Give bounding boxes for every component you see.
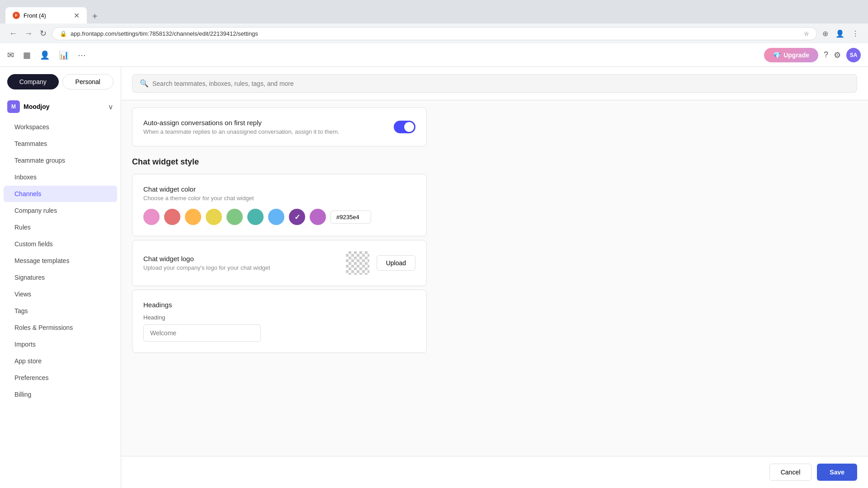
auto-assign-title: Auto-assign conversations on first reply <box>143 119 340 127</box>
sidebar-item-app-store[interactable]: App store <box>4 353 117 369</box>
workspace-header[interactable]: M Moodjoy ∨ <box>0 97 121 117</box>
color-description: Choose a theme color for your chat widge… <box>143 195 415 202</box>
sidebar-item-rules[interactable]: Rules <box>4 219 117 235</box>
sidebar-item-channels[interactable]: Channels <box>4 186 117 202</box>
lock-icon: 🔒 <box>60 30 67 37</box>
app-header: ✉ ▦ 👤 📊 ⋯ 💎 Upgrade ? ⚙ SA <box>0 43 868 67</box>
color-swatch-purple-light[interactable] <box>310 209 326 225</box>
heading-input[interactable] <box>143 324 261 342</box>
header-right: 💎 Upgrade ? ⚙ SA <box>764 48 861 62</box>
new-tab-button[interactable]: + <box>89 9 101 23</box>
logo-row: Chat widget logo Upload your company's l… <box>143 251 415 275</box>
auto-assign-description: When a teammate replies to an unassigned… <box>143 128 340 135</box>
auto-assign-info: Auto-assign conversations on first reply… <box>143 119 340 135</box>
sidebar-item-inboxes[interactable]: Inboxes <box>4 169 117 185</box>
bottom-bar: Cancel Save <box>121 456 868 488</box>
logo-preview <box>346 251 369 275</box>
color-swatch-purple-dark[interactable] <box>289 209 305 225</box>
logo-upload-area: Upload <box>346 251 415 275</box>
auto-assign-row: Auto-assign conversations on first reply… <box>143 119 415 135</box>
url-text: app.frontapp.com/settings/tim:7858132/ch… <box>71 30 800 37</box>
settings-panel: Auto-assign conversations on first reply… <box>121 108 438 353</box>
save-button[interactable]: Save <box>817 464 857 481</box>
color-swatch-red[interactable] <box>164 209 180 225</box>
header-icons: ✉ ▦ 👤 📊 ⋯ <box>7 50 757 60</box>
sidebar-item-preferences[interactable]: Preferences <box>4 370 117 386</box>
auto-assign-section: Auto-assign conversations on first reply… <box>132 108 427 146</box>
content-area: Auto-assign conversations on first reply… <box>121 100 868 456</box>
upload-button[interactable]: Upload <box>377 255 415 271</box>
sidebar: Company Personal M Moodjoy ∨ Workspaces … <box>0 67 121 488</box>
color-swatches <box>143 209 415 225</box>
browser-tab[interactable]: F Front (4) ✕ <box>5 7 87 23</box>
company-tab[interactable]: Company <box>7 74 59 89</box>
tab-title: Front (4) <box>24 12 46 19</box>
sidebar-item-company-rules[interactable]: Company rules <box>4 202 117 219</box>
logo-description: Upload your company's logo for your chat… <box>143 264 270 271</box>
more-icon[interactable]: ⋯ <box>78 50 86 60</box>
auto-assign-toggle[interactable] <box>394 121 415 133</box>
calendar-icon[interactable]: ▦ <box>23 50 31 60</box>
personal-tab[interactable]: Personal <box>62 74 114 89</box>
sidebar-item-custom-fields[interactable]: Custom fields <box>4 236 117 252</box>
chat-widget-style-title: Chat widget style <box>132 157 427 167</box>
sidebar-item-billing[interactable]: Billing <box>4 386 117 403</box>
color-swatch-blue[interactable] <box>268 209 284 225</box>
logo-info: Chat widget logo Upload your company's l… <box>143 255 270 271</box>
sidebar-tabs: Company Personal <box>0 67 121 97</box>
tab-close-button[interactable]: ✕ <box>74 11 80 20</box>
search-input[interactable] <box>152 80 849 87</box>
headings-title: Headings <box>143 301 415 309</box>
sidebar-item-teammate-groups[interactable]: Teammate groups <box>4 152 117 169</box>
logo-section: Chat widget logo Upload your company's l… <box>132 240 427 286</box>
tab-favicon: F <box>13 12 20 19</box>
color-swatch-pink[interactable] <box>143 209 160 225</box>
color-hex-input[interactable] <box>330 211 371 224</box>
help-icon[interactable]: ? <box>824 50 828 60</box>
toggle-knob <box>404 122 414 132</box>
workspace-avatar: M <box>7 100 20 113</box>
sidebar-item-views[interactable]: Views <box>4 286 117 302</box>
sidebar-item-signatures[interactable]: Signatures <box>4 269 117 286</box>
color-swatch-orange[interactable] <box>185 209 201 225</box>
sidebar-nav: Workspaces Teammates Teammate groups Inb… <box>0 117 121 405</box>
workspace-name: Moodjoy <box>24 103 104 110</box>
sidebar-item-roles-permissions[interactable]: Roles & Permissions <box>4 319 117 336</box>
avatar[interactable]: SA <box>846 48 861 62</box>
menu-button[interactable]: ⋮ <box>850 28 861 40</box>
nav-actions: ⊕ 👤 ⋮ <box>821 28 861 40</box>
profile-button[interactable]: 👤 <box>834 28 846 40</box>
color-swatch-teal[interactable] <box>247 209 264 225</box>
browser-chrome: F Front (4) ✕ + <box>0 0 868 23</box>
address-bar[interactable]: 🔒 app.frontapp.com/settings/tim:7858132/… <box>52 27 817 40</box>
chevron-down-icon: ∨ <box>108 103 113 111</box>
color-swatch-yellow[interactable] <box>206 209 222 225</box>
color-swatch-green[interactable] <box>226 209 243 225</box>
nav-refresh-button[interactable]: ↻ <box>38 27 48 40</box>
nav-back-button[interactable]: ← <box>7 27 19 40</box>
heading-label: Heading <box>143 314 415 321</box>
sidebar-item-tags[interactable]: Tags <box>4 303 117 319</box>
sidebar-item-message-templates[interactable]: Message templates <box>4 253 117 269</box>
nav-forward-button[interactable]: → <box>23 27 34 40</box>
sidebar-item-teammates[interactable]: Teammates <box>4 136 117 152</box>
color-title: Chat widget color <box>143 185 415 193</box>
upgrade-button[interactable]: 💎 Upgrade <box>764 48 818 62</box>
sidebar-item-workspaces[interactable]: Workspaces <box>4 119 117 135</box>
contacts-icon[interactable]: 👤 <box>40 50 50 60</box>
app-body: Company Personal M Moodjoy ∨ Workspaces … <box>0 67 868 488</box>
search-icon: 🔍 <box>140 79 149 88</box>
cancel-button[interactable]: Cancel <box>769 464 812 481</box>
chart-icon[interactable]: 📊 <box>59 50 69 60</box>
logo-title: Chat widget logo <box>143 255 270 263</box>
extensions-button[interactable]: ⊕ <box>821 28 830 40</box>
sidebar-item-imports[interactable]: Imports <box>4 336 117 352</box>
browser-tabs: F Front (4) ✕ + <box>5 0 101 23</box>
color-label: Chat widget color Choose a theme color f… <box>143 185 415 202</box>
search-bar[interactable]: 🔍 <box>132 74 857 93</box>
inbox-icon[interactable]: ✉ <box>7 50 14 60</box>
browser-nav: ← → ↻ 🔒 app.frontapp.com/settings/tim:78… <box>0 23 868 43</box>
settings-icon[interactable]: ⚙ <box>834 50 841 60</box>
search-bar-container: 🔍 <box>121 67 868 100</box>
star-icon[interactable]: ☆ <box>804 30 809 37</box>
